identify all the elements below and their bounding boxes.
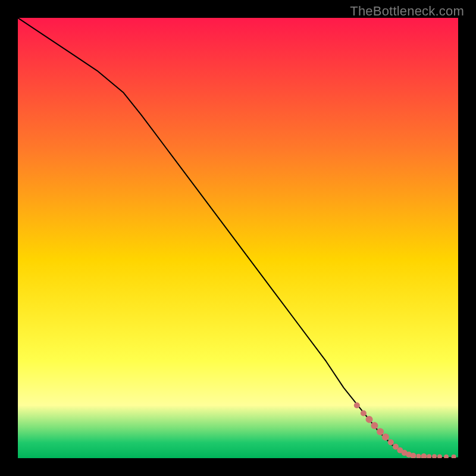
data-point (432, 454, 437, 458)
data-point (366, 416, 373, 423)
data-point (437, 454, 442, 458)
chart-stage: TheBottleneck.com (0, 0, 476, 476)
data-point (452, 455, 456, 458)
data-point (416, 454, 421, 458)
data-point (444, 455, 449, 458)
data-point (388, 439, 394, 445)
watermark-text: TheBottleneck.com (350, 4, 464, 19)
plot-area (18, 18, 458, 458)
data-point (361, 411, 367, 416)
data-point (371, 422, 378, 429)
data-point (427, 454, 431, 458)
data-point (382, 433, 389, 440)
scatter-points (18, 18, 458, 458)
data-point (354, 402, 360, 408)
data-point (377, 428, 384, 436)
data-point (421, 453, 427, 458)
